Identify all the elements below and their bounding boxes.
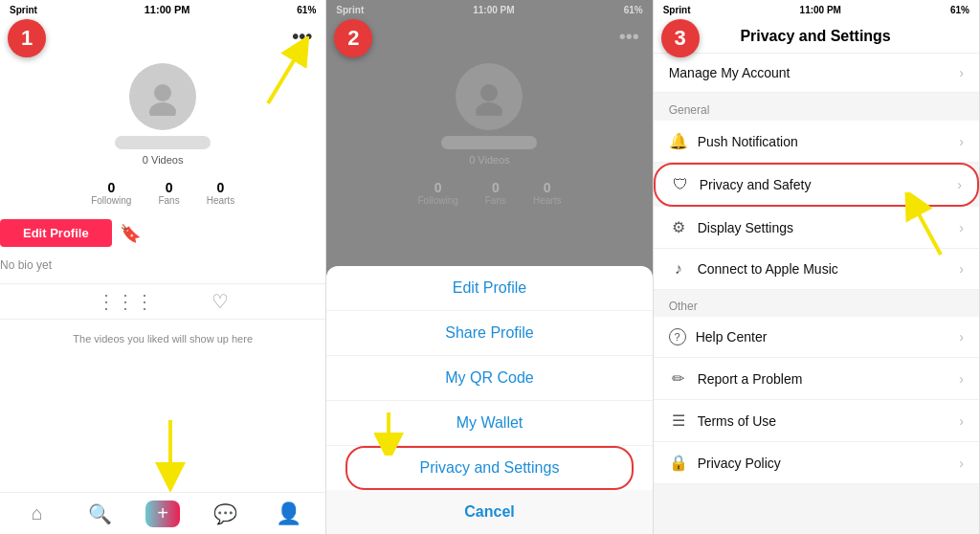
p3-title: Privacy and Settings xyxy=(684,28,947,45)
settings-help[interactable]: ? Help Center › xyxy=(654,317,979,358)
liked-text: The videos you liked will show up here xyxy=(0,327,325,350)
arrow-to-profile xyxy=(142,415,199,492)
bottom-nav-1: ⌂ 🔍 + 💬 👤 xyxy=(0,492,325,534)
battery-3: 61% xyxy=(950,5,969,15)
help-label: Help Center xyxy=(696,329,768,345)
menu-cancel[interactable]: Cancel xyxy=(326,490,652,534)
terms-icon: ☰ xyxy=(669,412,688,430)
menu-share-profile[interactable]: Share Profile xyxy=(326,311,652,356)
menu-edit-profile[interactable]: Edit Profile xyxy=(326,266,652,311)
time-2: 11:00 PM xyxy=(473,5,514,15)
settings-terms[interactable]: ☰ Terms of Use › xyxy=(654,400,979,442)
svg-point-5 xyxy=(476,102,502,116)
stats-row-1: 0 Following 0 Fans 0 Hearts xyxy=(0,180,325,206)
time-1: 11:00 PM xyxy=(145,4,190,15)
menu-my-wallet[interactable]: My Wallet xyxy=(326,401,652,446)
chevron-report: › xyxy=(959,371,964,387)
settings-privacy-policy[interactable]: 🔒 Privacy Policy › xyxy=(654,442,979,484)
chevron-music: › xyxy=(959,261,964,277)
settings-list: Manage My Account › General 🔔 Push Notif… xyxy=(654,54,979,534)
profile-section-1: 0 Videos xyxy=(0,54,325,174)
step-badge-3: 3 xyxy=(661,19,700,57)
general-header: General xyxy=(654,94,979,121)
avatar-2 xyxy=(456,63,523,130)
videos-count-1: 0 Videos xyxy=(143,154,184,166)
bottom-sheet: Edit Profile Share Profile My QR Code My… xyxy=(326,266,652,534)
no-bio-text: No bio yet xyxy=(0,258,325,272)
stat-fans-1: 0 Fans xyxy=(158,180,179,206)
privacy-safety-label: Privacy and Safety xyxy=(700,177,812,192)
status-bar-3: Sprint 11:00 PM 61% xyxy=(654,0,979,19)
arrow-to-privacy-safety xyxy=(883,192,960,259)
three-dots-menu[interactable]: ••• xyxy=(292,26,312,48)
nav-profile-1[interactable]: 👤 xyxy=(271,497,305,531)
videos-count-2: 0 Videos xyxy=(469,154,510,166)
username-bar-1 xyxy=(115,136,211,149)
help-icon: ? xyxy=(669,328,686,345)
profile-section-2: 0 Videos xyxy=(326,54,652,174)
heart-icon[interactable]: ♡ xyxy=(212,290,229,313)
other-header: Other xyxy=(654,290,979,317)
status-bar-1: Sprint 11:00 PM 61% xyxy=(0,0,325,19)
chevron-help: › xyxy=(959,329,964,345)
chevron-display: › xyxy=(959,220,964,235)
stat-following-1: 0 Following xyxy=(91,180,131,206)
privacy-policy-label: Privacy Policy xyxy=(698,456,781,471)
manage-account-label: Manage My Account xyxy=(669,65,791,80)
username-bar-2 xyxy=(441,136,537,149)
nav-search-1[interactable]: 🔍 xyxy=(82,497,117,531)
top-nav-1: 👤+ ••• xyxy=(0,19,325,54)
panel-1-profile: 1 Sprint 11:00 PM 61% 👤+ ••• 0 Videos 0 … xyxy=(0,0,326,534)
time-3: 11:00 PM xyxy=(800,5,841,15)
bookmark-icon[interactable]: 🔖 xyxy=(120,223,141,244)
stat-following-2: 0 Following xyxy=(418,180,458,206)
chevron-policy: › xyxy=(959,456,964,471)
three-dots-2: ••• xyxy=(619,26,639,48)
lock-icon: 🔒 xyxy=(669,454,688,472)
top-nav-2: 👤+ ••• xyxy=(326,19,652,54)
music-icon: ♪ xyxy=(669,260,688,278)
chevron-privacy: › xyxy=(957,177,962,192)
carrier-1: Sprint xyxy=(10,5,37,15)
stat-hearts-1: 0 Hearts xyxy=(207,180,234,206)
report-label: Report a Problem xyxy=(698,371,803,387)
nav-plus-1[interactable]: + xyxy=(145,497,180,531)
avatar-1 xyxy=(129,63,196,130)
report-icon: ✏ xyxy=(669,369,688,388)
svg-point-4 xyxy=(480,84,498,101)
edit-profile-button[interactable]: Edit Profile xyxy=(0,219,112,247)
shield-icon: 🛡 xyxy=(671,176,690,193)
p3-header: < Privacy and Settings xyxy=(654,19,979,54)
menu-privacy-settings[interactable]: Privacy and Settings xyxy=(345,446,633,490)
chevron-push: › xyxy=(959,134,964,149)
nav-inbox-1[interactable]: 💬 xyxy=(209,497,243,531)
panel-2-menu: 2 Sprint 11:00 PM 61% 👤+ ••• 0 Videos 0 … xyxy=(326,0,653,534)
carrier-2: Sprint xyxy=(336,5,364,15)
battery-2: 61% xyxy=(624,5,643,15)
settings-push-notification[interactable]: 🔔 Push Notification › xyxy=(654,121,979,163)
svg-point-2 xyxy=(149,102,176,116)
carrier-3: Sprint xyxy=(663,5,691,15)
panel-3-settings: 3 Sprint 11:00 PM 61% < Privacy and Sett… xyxy=(654,0,980,534)
display-icon: ⚙ xyxy=(669,218,688,236)
nav-home-1[interactable]: ⌂ xyxy=(20,497,55,531)
grid-icon-row: ⋮⋮⋮ ♡ xyxy=(0,283,325,320)
stat-fans-2: 0 Fans xyxy=(485,180,506,206)
stats-row-2: 0 Following 0 Fans 0 Hearts xyxy=(326,180,652,206)
push-notification-label: Push Notification xyxy=(698,134,798,149)
svg-point-1 xyxy=(154,84,171,101)
edit-profile-row: Edit Profile 🔖 xyxy=(0,219,325,247)
settings-manage-account[interactable]: Manage My Account › xyxy=(654,54,979,93)
stat-hearts-2: 0 Hearts xyxy=(533,180,561,206)
battery-1: 61% xyxy=(297,5,316,15)
plus-button[interactable]: + xyxy=(145,501,180,527)
terms-label: Terms of Use xyxy=(698,413,776,429)
settings-report[interactable]: ✏ Report a Problem › xyxy=(654,358,979,400)
grid-icon[interactable]: ⋮⋮⋮ xyxy=(97,290,154,313)
status-bar-2: Sprint 11:00 PM 61% xyxy=(326,0,652,19)
bell-icon: 🔔 xyxy=(669,132,688,150)
menu-my-qr-code[interactable]: My QR Code xyxy=(326,356,652,401)
display-label: Display Settings xyxy=(698,220,793,235)
svg-line-7 xyxy=(912,202,941,255)
apple-music-label: Connect to Apple Music xyxy=(698,261,838,277)
